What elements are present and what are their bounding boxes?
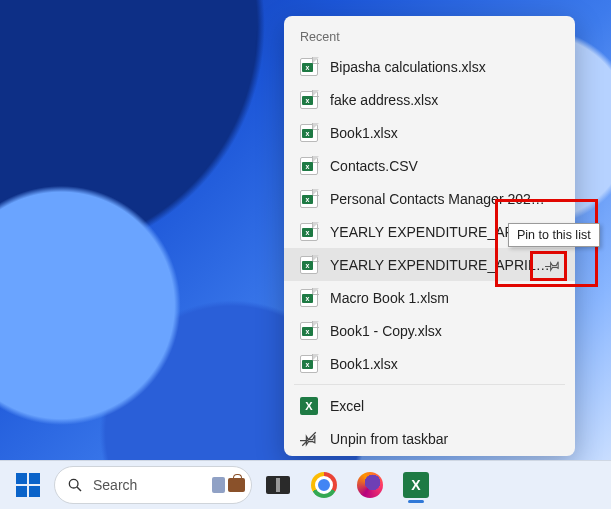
recent-item-label: Book1 - Copy.xlsx: [330, 323, 550, 339]
task-view-icon: [266, 476, 290, 494]
firefox-icon: [357, 472, 383, 498]
taskbar: Search X: [0, 460, 611, 509]
task-view-button[interactable]: [258, 465, 298, 505]
excel-file-icon: [300, 355, 318, 373]
pin-icon: [545, 257, 561, 273]
excel-app-icon: X: [300, 397, 318, 415]
recent-item[interactable]: Macro Book 1.xlsm: [284, 281, 575, 314]
taskbar-app-chrome[interactable]: [304, 465, 344, 505]
recent-item[interactable]: YEARLY EXPENDITURE_APRIL'2…: [284, 248, 575, 281]
open-app-label: Excel: [330, 398, 550, 414]
unpin-label: Unpin from taskbar: [330, 431, 550, 447]
recent-item-label: Book1.xlsx: [330, 356, 550, 372]
excel-file-icon: [300, 124, 318, 142]
svg-line-0: [302, 432, 316, 446]
recent-item-label: Book1.xlsx: [330, 125, 550, 141]
menu-divider: [294, 384, 565, 385]
recent-item-label: Macro Book 1.xlsm: [330, 290, 550, 306]
taskbar-search[interactable]: Search: [54, 466, 252, 504]
excel-file-icon: [300, 223, 318, 241]
windows-logo-icon: [16, 473, 40, 497]
svg-point-1: [69, 479, 78, 488]
search-placeholder: Search: [93, 477, 202, 493]
chrome-icon: [311, 472, 337, 498]
recent-item[interactable]: Contacts.CSV: [284, 149, 575, 182]
unpin-from-taskbar-item[interactable]: Unpin from taskbar: [284, 422, 575, 455]
recent-item-label: YEARLY EXPENDITURE_APRIL'2…: [330, 257, 550, 273]
recent-item-label: Contacts.CSV: [330, 158, 550, 174]
pin-to-list-button[interactable]: [539, 252, 567, 278]
unpin-icon: [300, 430, 318, 448]
search-highlights-icon: [212, 477, 245, 493]
excel-file-icon: [300, 256, 318, 274]
pin-tooltip: Pin to this list: [508, 223, 600, 247]
recent-item-label: Bipasha calculations.xlsx: [330, 59, 550, 75]
excel-file-icon: [300, 289, 318, 307]
recent-item-label: fake address.xlsx: [330, 92, 550, 108]
excel-file-icon: [300, 190, 318, 208]
recent-item[interactable]: Book1 - Copy.xlsx: [284, 314, 575, 347]
svg-line-2: [77, 487, 81, 491]
recent-item[interactable]: Book1.xlsx: [284, 116, 575, 149]
excel-file-icon: [300, 91, 318, 109]
recent-item[interactable]: Personal Contacts Manager 2020.xlsx: [284, 182, 575, 215]
taskbar-app-excel[interactable]: X: [396, 465, 436, 505]
recent-item-label: Personal Contacts Manager 2020.xlsx: [330, 191, 550, 207]
open-app-item[interactable]: X Excel: [284, 389, 575, 422]
search-icon: [67, 477, 83, 493]
excel-icon: X: [403, 472, 429, 498]
start-button[interactable]: [8, 465, 48, 505]
recent-item[interactable]: Bipasha calculations.xlsx: [284, 50, 575, 83]
excel-file-icon: [300, 58, 318, 76]
excel-file-icon: [300, 157, 318, 175]
taskbar-app-firefox[interactable]: [350, 465, 390, 505]
excel-file-icon: [300, 322, 318, 340]
recent-item[interactable]: fake address.xlsx: [284, 83, 575, 116]
recent-item[interactable]: Book1.xlsx: [284, 347, 575, 380]
section-label-recent: Recent: [284, 22, 575, 50]
